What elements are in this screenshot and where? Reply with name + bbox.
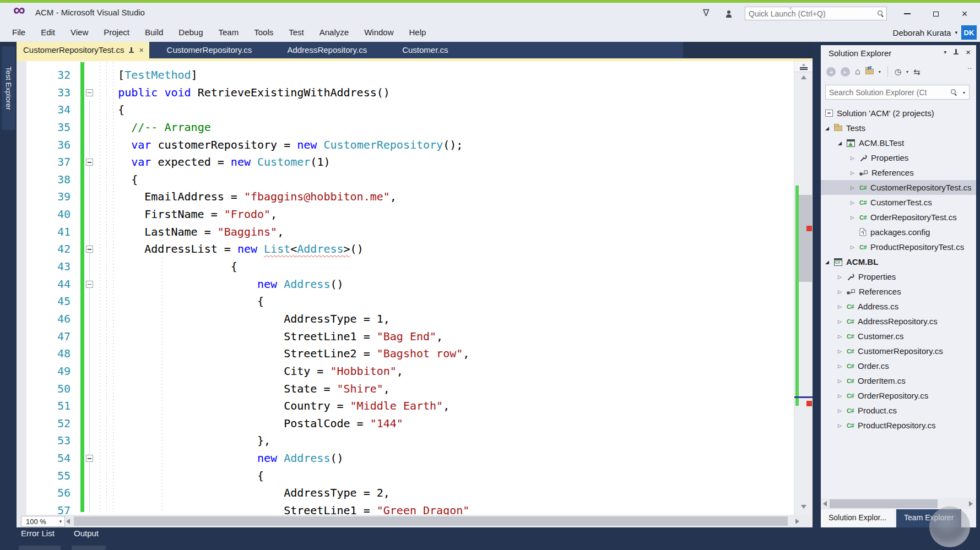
tree-item-references[interactable]: ▷References (821, 165, 976, 180)
tree-item-orderitem-cs[interactable]: ▷C#OrderItem.cs (821, 373, 976, 388)
tree-item-product-cs[interactable]: ▷C#Product.cs (821, 403, 976, 418)
code-line-50[interactable]: State = "Shire", (98, 380, 390, 398)
expander-closed-icon[interactable]: ▷ (851, 170, 859, 176)
code-line-42[interactable]: AddressList = new List<Address>() (98, 241, 364, 258)
expander-closed-icon[interactable]: ▷ (838, 408, 847, 413)
expander-closed-icon[interactable]: ▷ (838, 319, 847, 324)
expander-closed-icon[interactable]: ▷ (851, 200, 859, 205)
expander-closed-icon[interactable]: ▷ (838, 334, 847, 339)
fold-collapse-box[interactable] (86, 455, 93, 462)
tree-item-address-cs[interactable]: ▷C#Address.cs (821, 299, 976, 314)
back-button[interactable]: ◂ (826, 67, 836, 77)
code-line-46[interactable]: AddressType = 1, (98, 311, 390, 328)
code-line-52[interactable]: PostalCode = "144" (98, 415, 403, 433)
code-line-33[interactable]: public void RetrieveExistingWithAddress(… (98, 84, 390, 102)
panel-tab-solution-explor[interactable]: Solution Explor... (821, 509, 894, 527)
tab-customer-cs[interactable]: Customer.cs (385, 42, 465, 58)
home-icon[interactable]: ⌂ (855, 67, 860, 76)
code-line-54[interactable]: new Address() (98, 450, 344, 467)
expander-closed-icon[interactable]: ▷ (838, 304, 847, 309)
chevron-down-icon[interactable]: ▾ (963, 90, 965, 95)
tree-item-tests[interactable]: ◢Tests (821, 121, 976, 135)
expander-closed-icon[interactable]: ▷ (838, 378, 847, 384)
chevron-down-icon[interactable]: ▾ (955, 30, 957, 35)
code-line-48[interactable]: StreetLine2 = "Bagshot row", (98, 345, 469, 363)
scroll-left-icon[interactable] (823, 501, 827, 507)
expander-closed-icon[interactable]: ▷ (838, 363, 847, 369)
tree-item-orderrepository-cs[interactable]: ▷C#OrderRepository.cs (821, 388, 976, 403)
tree-item-properties[interactable]: ▷Properties (821, 150, 976, 165)
scroll-down-icon[interactable] (801, 505, 806, 509)
pending-changes-filter-icon[interactable]: ◷ (895, 68, 901, 75)
tree-item-references[interactable]: ▷References (821, 284, 976, 299)
menu-file[interactable]: File (4, 23, 33, 42)
panel-menu-chevron-icon[interactable]: ▾ (944, 49, 946, 55)
menu-build[interactable]: Build (137, 23, 171, 42)
tree-item-customertest-cs[interactable]: ▷C#CustomerTest.cs (821, 195, 976, 210)
tree-item-acm-bltest[interactable]: ◢ACM.BLTest (821, 135, 976, 150)
menu-help[interactable]: Help (402, 23, 434, 42)
user-account-area[interactable]: Deborah Kurata ▾ DK (893, 23, 977, 42)
fold-collapse-box[interactable] (86, 281, 93, 288)
quick-launch-box[interactable] (745, 7, 887, 20)
menu-analyze[interactable]: Analyze (312, 23, 356, 42)
code-line-34[interactable]: { (98, 101, 124, 119)
expander-closed-icon[interactable]: ▷ (851, 215, 859, 220)
expander-closed-icon[interactable]: ▷ (838, 423, 847, 428)
fold-collapse-box[interactable] (86, 246, 93, 253)
expander-open-icon[interactable]: ◢ (825, 259, 834, 265)
close-icon[interactable]: × (139, 46, 143, 54)
code-line-55[interactable]: { (98, 467, 264, 485)
pin-icon[interactable] (954, 49, 959, 55)
chevron-down-icon[interactable]: ▾ (879, 69, 881, 74)
expander-closed-icon[interactable]: ▷ (838, 274, 847, 280)
code-line-57[interactable]: StreetLine1 = "Green Dragon" (98, 502, 469, 515)
close-button[interactable]: × (954, 6, 975, 21)
title-bar[interactable]: ∞ ACM - Microsoft Visual Studio ∇ × (0, 3, 980, 23)
expander-closed-icon[interactable]: ▷ (838, 393, 847, 399)
code-line-36[interactable]: var customerRepository = new CustomerRep… (98, 137, 463, 154)
scroll-right-icon[interactable] (795, 519, 799, 524)
menu-team[interactable]: Team (211, 23, 247, 42)
sync-with-active-document-button[interactable]: ⇄ (865, 67, 874, 77)
solution-explorer-search-box[interactable]: ▾ (825, 85, 970, 100)
editor-zoom-control[interactable]: 100 % ▾ (21, 516, 65, 527)
test-explorer-vertical-tab[interactable]: Test Explorer (2, 46, 15, 130)
expander-open-icon[interactable]: ◢ (825, 126, 834, 131)
code-line-44[interactable]: new Address() (98, 276, 344, 293)
code-line-51[interactable]: Country = "Middle Earth", (98, 397, 450, 415)
send-feedback-person-icon[interactable] (725, 9, 733, 20)
tree-item-customerrepositorytest-cs[interactable]: ▷C#CustomerRepositoryTest.cs (821, 180, 976, 195)
fold-collapse-box[interactable] (86, 159, 93, 166)
code-line-32[interactable]: [TestMethod] (98, 67, 198, 84)
menu-test[interactable]: Test (281, 23, 312, 42)
panel-tab-output[interactable]: Output (74, 529, 99, 538)
editor-split-handle[interactable] (794, 61, 813, 72)
scrollbar-thumb[interactable] (799, 195, 812, 282)
tab-customerrepository-cs[interactable]: CustomerRepository.cs (149, 42, 270, 58)
scroll-up-icon[interactable] (801, 75, 806, 79)
feedback-icon[interactable]: ∇ (703, 7, 709, 19)
pin-icon[interactable] (129, 47, 134, 53)
tree-item-order-cs[interactable]: ▷C#Order.cs (821, 358, 976, 373)
code-line-41[interactable]: LastName = "Baggins", (98, 224, 284, 241)
menu-window[interactable]: Window (356, 23, 401, 42)
tree-item-customer-cs[interactable]: ▷C#Customer.cs (821, 329, 976, 344)
menu-debug[interactable]: Debug (171, 23, 210, 42)
expander-closed-icon[interactable]: ▷ (851, 244, 859, 250)
expander-closed-icon[interactable]: ▷ (851, 155, 859, 161)
tree-item-customerrepository-cs[interactable]: ▷C#CustomerRepository.cs (821, 344, 976, 358)
scroll-left-icon[interactable] (66, 519, 70, 524)
code-line-35[interactable]: //-- Arrange (98, 119, 211, 137)
code-line-40[interactable]: FirstName = "Frodo", (98, 206, 277, 224)
tab-list-chevron-icon[interactable]: ▾ (789, 5, 792, 12)
code-line-37[interactable]: var expected = new Customer(1) (98, 154, 330, 171)
code-line-38[interactable]: { (98, 171, 138, 189)
expander-open-icon[interactable]: ◢ (838, 140, 847, 146)
tree-item-addressrepository-cs[interactable]: ▷C#AddressRepository.cs (821, 314, 976, 329)
vertical-scrollbar[interactable] (794, 61, 813, 515)
tab-customerrepositorytest-cs[interactable]: CustomerRepositoryTest.cs× (17, 42, 149, 58)
code-line-39[interactable]: EmailAddress = "fbaggins@hobbiton.me", (98, 188, 397, 206)
refresh-icon[interactable]: ⇆ (913, 68, 921, 76)
tree-item-orderrepositorytest-cs[interactable]: ▷C#OrderRepositoryTest.cs (821, 210, 976, 225)
